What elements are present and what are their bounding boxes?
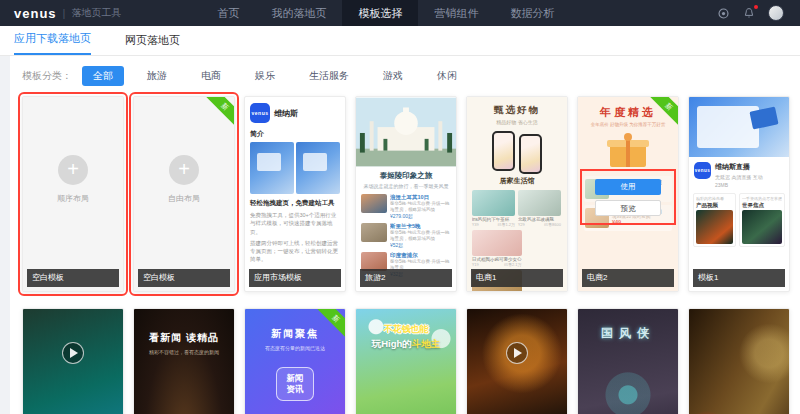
travel-item-desc: 奢华5晚·纯玩无自费·升级一晚海景房，领略异域风情 xyxy=(390,201,451,213)
template-card-venus-live[interactable]: venus 维纳斯直播 无延迟 高清直播 互动 23MB 精彩内容抢先看 产品视… xyxy=(688,96,790,292)
app-name: 维纳斯直播 xyxy=(715,162,763,172)
blank-card-body: + 顺序布局 xyxy=(23,97,123,291)
preview-template-button[interactable]: 预览 xyxy=(595,200,661,216)
top-navbar: venus | 落地页工具 首页 我的落地页 模板选择 营销组件 数据分析 xyxy=(0,0,800,26)
phone-mockup xyxy=(492,131,515,171)
template-card-guofengxia[interactable]: 国风侠 xyxy=(577,308,679,414)
template-card-art-video[interactable]: 动态艺术影像 发现更有质 xyxy=(22,308,124,414)
user-avatar[interactable] xyxy=(768,5,784,21)
feature-image xyxy=(742,210,782,244)
template-card-travel[interactable]: 泰姬陵印象之旅 来场说走就走的旅行，看一季最美风景 浪漫土耳其10日 奢华5晚·… xyxy=(355,96,457,292)
ecom2-title: 年度精选 xyxy=(584,105,672,120)
settings-icon[interactable] xyxy=(716,6,730,20)
travel-thumb xyxy=(361,194,387,213)
screenshot-1 xyxy=(250,142,294,194)
plus-icon: + xyxy=(58,155,88,185)
template-card-news-read[interactable]: 看新闻 读精品 精彩不容错过，看有态度的新闻 xyxy=(133,308,235,414)
template-card-doudizhu-game[interactable]: 不花钱也能 玩High的斗地主 xyxy=(355,308,457,414)
app-header: venus 维纳斯直播 无延迟 高清直播 互动 23MB xyxy=(689,157,789,193)
feature-tag: 一手资讯热点尽在掌握 xyxy=(742,196,782,201)
travel-item: 斯里兰卡5晚 奢华5晚·纯玩无自费·升级一晚海景房，领略异域风情 ¥52起 xyxy=(356,221,456,250)
travel-item-name: 斯里兰卡5晚 xyxy=(390,223,451,230)
template-card-sanguo-game[interactable] xyxy=(688,308,790,414)
logo-divider: | xyxy=(63,7,66,19)
product-image xyxy=(472,190,515,216)
nav-home[interactable]: 首页 xyxy=(201,0,255,26)
plus-icon: + xyxy=(169,155,199,185)
template-card-news-focus[interactable]: 新 新闻聚焦 有态度有分量的新闻已送达 新闻 资讯 xyxy=(244,308,346,414)
category-leisure[interactable]: 休闲 xyxy=(426,66,468,86)
category-travel[interactable]: 旅游 xyxy=(136,66,178,86)
doudizhu-body: 不花钱也能 玩High的斗地主 xyxy=(356,309,456,414)
tab-webpage[interactable]: 网页落地页 xyxy=(125,33,180,55)
nav-my-pages[interactable]: 我的落地页 xyxy=(255,0,342,26)
card-footer-label: 电商2 xyxy=(582,269,674,287)
feature-title: 产品视频 xyxy=(696,202,733,209)
content-panel: 模板分类： 全部 旅游 电商 娱乐 生活服务 游戏 休闲 + 顺序布局 空白模板… xyxy=(10,56,800,414)
feature-title: 世界焦点 xyxy=(742,202,782,209)
nav-template-select[interactable]: 模板选择 xyxy=(342,0,418,26)
sanguo-body xyxy=(689,309,789,414)
app-titles: 维纳斯直播 无延迟 高清直播 互动 23MB xyxy=(715,162,763,188)
template-card-blank-free[interactable]: 新 + 自由布局 空白模板 xyxy=(133,96,235,292)
category-life-services[interactable]: 生活服务 xyxy=(298,66,360,86)
card-footer-label: 空白模板 xyxy=(27,269,119,287)
app-size: 23MB xyxy=(715,182,763,188)
bell-icon[interactable] xyxy=(742,6,756,20)
category-ecommerce[interactable]: 电商 xyxy=(190,66,232,86)
feature-image xyxy=(696,210,733,244)
template-card-ecommerce-1[interactable]: 甄选好物 精品好物 省心生活 居家生活馆 ins风简约下午茶杯 ¥39已售1.2… xyxy=(466,96,568,292)
app-headline: 轻松拖拽建页，免费建站工具 xyxy=(250,199,340,208)
filter-label: 模板分类： xyxy=(22,69,72,83)
ecom1-section-title: 居家生活馆 xyxy=(472,176,562,186)
phone-mockup xyxy=(519,134,542,174)
product-cell: ins风简约下午茶杯 ¥39已售1.2万 xyxy=(472,190,515,227)
nav-marketing-components[interactable]: 营销组件 xyxy=(418,0,494,26)
travel-item: 浪漫土耳其10日 奢华5晚·纯玩无自费·升级一晚海景房，领略异域风情 ¥279.… xyxy=(356,192,456,221)
art-card-body: 动态艺术影像 发现更有质 xyxy=(23,309,123,414)
blank-card-body: + 自由布局 xyxy=(134,97,234,291)
hover-action-annotation-box: 使用 预览 xyxy=(580,169,676,225)
play-icon[interactable] xyxy=(506,342,528,364)
template-card-blank-sequential[interactable]: + 顺序布局 空白模板 xyxy=(22,96,124,292)
use-template-button[interactable]: 使用 xyxy=(595,179,661,195)
notification-dot xyxy=(754,5,758,9)
gift-icon xyxy=(602,131,654,169)
template-card-fantasy-game[interactable] xyxy=(466,308,568,414)
ecommerce1-body: 甄选好物 精品好物 省心生活 居家生活馆 ins风简约下午茶杯 ¥39已售1.2… xyxy=(467,97,567,291)
doudizhu-line2-pre: 玩High的 xyxy=(372,338,412,349)
template-card-ecommerce-2[interactable]: 新 年度精选 全年底价 好物升级 为你推荐千万好货 海盐手工皂香氛礼盒装 满99… xyxy=(577,96,679,292)
doudizhu-line2-em: 斗地主 xyxy=(412,338,441,349)
app-description-1: 免费拖拽工具，提供30+个适用行业与样式模板，可快速搭建专属落地页。 xyxy=(250,211,340,236)
travel-item-price: ¥52起 xyxy=(390,242,451,248)
feature-column: 一手资讯热点尽在掌握 世界焦点 xyxy=(739,193,785,247)
app-screenshots xyxy=(250,142,340,194)
fantasy-body xyxy=(467,309,567,414)
nav-data-analysis[interactable]: 数据分析 xyxy=(494,0,570,26)
main-nav: 首页 我的落地页 模板选择 营销组件 数据分析 xyxy=(201,0,570,26)
travel-item-price: ¥279.00起 xyxy=(390,213,451,219)
product-cell: 北欧风冰花玻璃瓶 ¥29已售8600 xyxy=(518,190,561,227)
category-entertainment[interactable]: 娱乐 xyxy=(244,66,286,86)
venus-app-icon: venus xyxy=(250,103,270,123)
template-card-app-market[interactable]: venus 维纳斯 简介 轻松拖拽建页，免费建站工具 免费拖拽工具，提供30+个… xyxy=(244,96,346,292)
feature-column: 精彩内容抢先看 产品视频 xyxy=(693,193,736,247)
app-description-2: 搭建两分钟即可上线，轻松创建运营专属页面；一键发布，让营销转化更简单。 xyxy=(250,239,340,264)
travel-item-name: 浪漫土耳其10日 xyxy=(390,194,451,201)
doudizhu-line2: 玩High的斗地主 xyxy=(356,338,456,351)
travel-item-desc: 奢华5晚·纯玩无自费·升级一晚海景房，领略异域风情 xyxy=(390,230,451,242)
travel-item-info: 斯里兰卡5晚 奢华5晚·纯玩无自费·升级一晚海景房，领略异域风情 ¥52起 xyxy=(390,223,451,248)
feature-columns: 精彩内容抢先看 产品视频 一手资讯热点尽在掌握 世界焦点 xyxy=(689,193,789,247)
badge-line2: 资讯 xyxy=(287,384,304,395)
badge-line1: 新闻 xyxy=(287,373,304,384)
doudizhu-line1: 不花钱也能 xyxy=(356,323,456,336)
ecom1-title: 甄选好物 xyxy=(472,104,562,117)
category-all[interactable]: 全部 xyxy=(82,66,124,86)
travel-subtitle: 来场说走就走的旅行，看一季最美风景 xyxy=(360,183,452,189)
play-icon[interactable] xyxy=(62,342,84,364)
hero-illustration xyxy=(689,97,789,157)
travel-thumb xyxy=(361,223,387,242)
tab-app-download-page[interactable]: 应用下载落地页 xyxy=(14,31,91,55)
category-games[interactable]: 游戏 xyxy=(372,66,414,86)
product-price: ¥19 xyxy=(472,262,479,267)
